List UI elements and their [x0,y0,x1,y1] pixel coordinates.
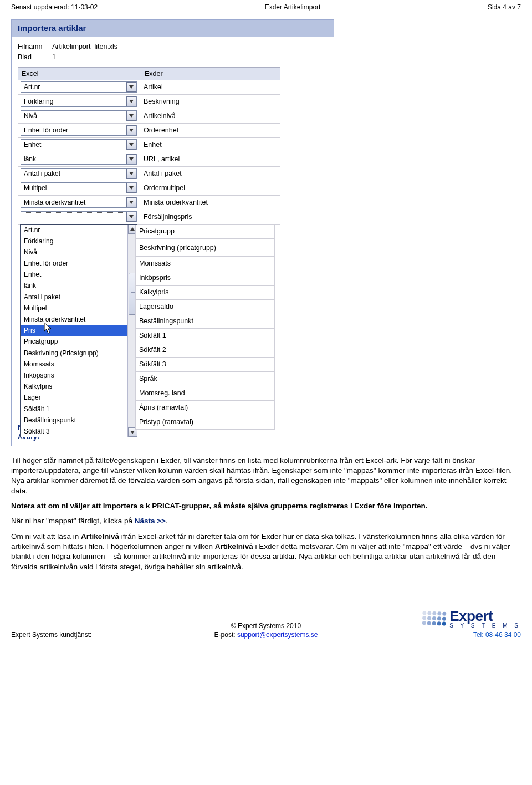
table-row: Antal i paketAntal i paket [18,166,280,181]
dropdown-option[interactable]: Sökfält 1 [21,404,127,415]
exder-field: Ordermultipel [141,181,280,195]
exder-field: Orderenhet [141,123,280,137]
excel-select-open[interactable] [21,211,137,222]
dropdown-option[interactable]: Minsta orderkvantitet [21,314,127,325]
header-right: Sida 4 av 7 [488,3,521,11]
chevron-down-icon[interactable] [126,96,136,106]
page-header: Senast uppdaterad: 11-03-02 Exder Artike… [11,0,521,19]
header-center: Exder Artikelimport [265,3,321,11]
dropdown-option[interactable]: Kalkylpris [21,381,127,392]
paragraph-note: Notera att om ni väljer att importera s … [11,501,521,511]
excel-select[interactable]: Enhet för order [21,125,137,136]
exder-field: Beskrivning (pricatgrupp) [135,239,274,257]
exder-field: Beskrivning [141,94,280,109]
next-reference: Nästa >> [135,517,166,525]
excel-select[interactable]: Multipel [21,182,137,193]
dropdown-option[interactable]: Förklaring [21,236,127,247]
chevron-down-icon[interactable] [126,82,136,92]
table-row: MultipelOrdermultipel [18,181,280,195]
exder-field: Antal i paket [141,166,280,181]
column-header-excel: Excel [18,67,141,80]
exder-field: Kalkylpris [135,286,274,300]
header-left: Senast uppdaterad: 11-03-02 [11,3,98,11]
excel-select[interactable]: Nivå [21,110,137,121]
excel-select[interactable]: Art.nr [21,81,137,93]
exder-field: Pricatgrupp [135,225,274,239]
footer-email-link[interactable]: support@expertsystems.se [237,631,318,639]
file-info: Filnamn Artikelimport_liten.xls Blad 1 [12,37,334,66]
chevron-down-icon[interactable] [126,140,136,150]
app-window: Importera artiklar Filnamn Artikelimport… [11,19,334,446]
table-row: NivåArtikelnivå [18,109,280,123]
exder-column-continuation: PricatgruppBeskrivning (pricatgrupp)Moms… [135,225,275,430]
exder-field: Pristyp (ramavtal) [135,415,274,430]
exder-field: Sökfält 3 [135,358,274,372]
chevron-down-icon[interactable] [126,125,136,135]
dropdown-option[interactable]: Enhet för order [21,258,127,269]
excel-select[interactable]: Förklaring [21,96,137,107]
footer-email-label: E-post: [214,631,237,639]
column-header-exder: Exder [141,67,280,80]
exder-field: Enhet [141,137,280,152]
exder-field: Artikelnivå [141,109,280,123]
paragraph: Om ni valt att läsa in Artikelnivå ifrån… [11,532,521,572]
page-footer: Expert S Y S T E M S © Expert Systems 20… [11,622,521,661]
footer-copyright: © Expert Systems 2010 [11,622,521,630]
dropdown-option[interactable]: Inköpspris [21,370,127,381]
paragraph: När ni har "mappat" färdigt, klicka på N… [11,516,521,526]
chevron-down-icon[interactable] [126,169,136,179]
chevron-down-icon[interactable] [126,212,136,222]
chevron-down-icon[interactable] [126,183,136,193]
exder-field: Sökfält 2 [135,343,274,358]
dropdown-option[interactable]: Beställningspunkt [21,415,127,426]
exder-field: Språk [135,372,274,386]
dropdown-option[interactable]: Pricatgrupp [21,336,127,347]
window-title: Importera artiklar [12,20,334,37]
dropdown-option[interactable]: Enhet [21,269,127,280]
exder-field: Inköpspris [135,271,274,286]
exder-field: Sökfält 1 [135,329,274,343]
table-row: Art.nrArtikel [18,80,280,94]
paragraph: Till höger står namnet på fältet/egenska… [11,456,521,496]
chevron-down-icon[interactable] [126,111,136,121]
dropdown-option[interactable]: Momssats [21,359,127,370]
excel-select[interactable]: länk [21,154,137,165]
exder-field: Artikel [141,80,280,94]
dropdown-option[interactable]: Pris [21,325,127,336]
exder-field: Momssats [135,257,274,271]
excel-select[interactable]: Enhet [21,139,137,150]
dropdown-option[interactable]: länk [21,280,127,291]
dropdown-option[interactable]: Nivå [21,247,127,258]
filename-label: Filnamn [18,42,49,52]
chevron-down-icon[interactable] [126,197,136,207]
excel-select[interactable]: Antal i paket [21,168,137,179]
table-row: FörklaringBeskrivning [18,94,280,109]
dropdown-panel[interactable]: Art.nrFörklaringNivåEnhet för orderEnhet… [20,224,137,438]
body-text: Till höger står namnet på fältet/egenska… [11,456,521,573]
exder-field: Beställningspunkt [135,314,274,329]
dropdown-option[interactable]: Antal i paket [21,292,127,303]
sheet-label: Blad [18,52,49,63]
table-row: länkURL, artikel [18,152,280,166]
excel-select[interactable]: Minsta orderkvantitet [21,197,137,208]
dropdown-option[interactable]: Sökfält 3 [21,426,127,437]
exder-field: Försäljningspris [141,210,280,224]
dropdown-option[interactable]: Lager [21,392,127,403]
exder-field: Momsreg. land [135,386,274,401]
table-row: Minsta orderkvantitetMinsta orderkvantit… [18,195,280,210]
table-row: Enhet för orderOrderenhet [18,123,280,137]
dropdown-option[interactable]: Multipel [21,303,127,314]
sheet-value: 1 [52,52,56,63]
mapping-table: Excel Exder Art.nrArtikel FörklaringBesk… [18,67,280,225]
exder-field: Lagersaldo [135,300,274,314]
table-row: Försäljningspris [18,210,280,224]
exder-field: Minsta orderkvantitet [141,195,280,210]
chevron-down-icon[interactable] [126,154,136,164]
exder-field: Ápris (ramavtal) [135,401,274,415]
dropdown-option[interactable]: Beskrivning (Pricatgrupp) [21,348,127,359]
dropdown-option[interactable]: Art.nr [21,225,127,236]
filename-value: Artikelimport_liten.xls [52,42,117,52]
table-row: EnhetEnhet [18,137,280,152]
exder-field: URL, artikel [141,152,280,166]
